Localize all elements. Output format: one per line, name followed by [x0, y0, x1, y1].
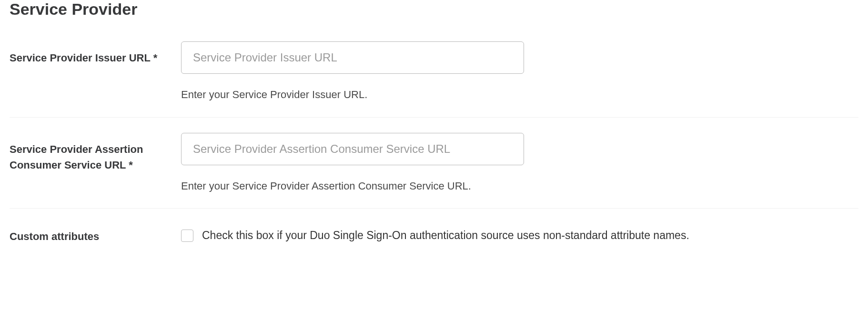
form-input-col: Check this box if your Duo Single Sign-O…	[181, 224, 858, 243]
custom-attributes-label: Custom attributes	[10, 230, 99, 242]
acs-url-label: Service Provider Assertion Consumer Serv…	[10, 143, 143, 171]
form-label-col: Service Provider Issuer URL *	[10, 41, 181, 66]
form-label-col: Custom attributes	[10, 224, 181, 244]
form-row-acs-url: Service Provider Assertion Consumer Serv…	[10, 118, 858, 209]
issuer-url-help: Enter your Service Provider Issuer URL.	[181, 88, 858, 102]
form-input-col: Enter your Service Provider Assertion Co…	[181, 133, 858, 193]
issuer-url-label: Service Provider Issuer URL *	[10, 52, 157, 64]
form-row-issuer-url: Service Provider Issuer URL * Enter your…	[10, 41, 858, 118]
issuer-url-input[interactable]	[181, 41, 524, 74]
custom-attributes-checkbox-label: Check this box if your Duo Single Sign-O…	[202, 229, 689, 243]
checkbox-row: Check this box if your Duo Single Sign-O…	[181, 224, 858, 243]
form-label-col: Service Provider Assertion Consumer Serv…	[10, 133, 181, 173]
acs-url-help: Enter your Service Provider Assertion Co…	[181, 180, 858, 193]
form-input-col: Enter your Service Provider Issuer URL.	[181, 41, 858, 102]
section-title: Service Provider	[10, 0, 858, 19]
form-row-custom-attributes: Custom attributes Check this box if your…	[10, 209, 858, 260]
acs-url-input[interactable]	[181, 133, 524, 165]
custom-attributes-checkbox[interactable]	[181, 230, 193, 242]
